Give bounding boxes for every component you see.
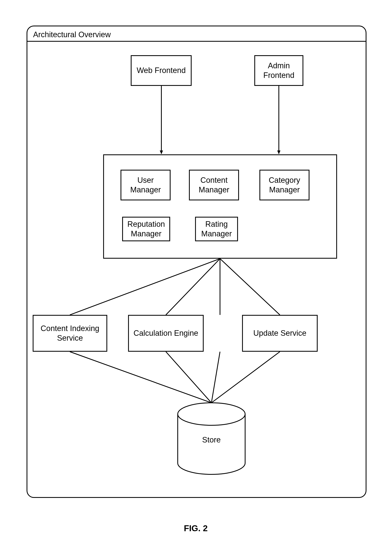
user-manager-box: User Manager — [120, 170, 171, 200]
diagram-panel — [27, 26, 366, 498]
user-manager-label: User Manager — [130, 175, 161, 195]
admin-frontend-label: Admin Frontend — [263, 61, 294, 80]
calculation-engine-label: Calculation Engine — [133, 328, 198, 338]
panel-title-rule — [27, 41, 366, 42]
category-manager-label: Category Manager — [269, 175, 300, 195]
content-manager-box: Content Manager — [189, 170, 239, 200]
rating-manager-label: Rating Manager — [201, 219, 232, 239]
page: Architectural Overview Web Frontend Admi… — [0, 0, 392, 549]
web-frontend-label: Web Frontend — [137, 66, 186, 75]
admin-frontend-box: Admin Frontend — [254, 55, 303, 86]
rating-manager-box: Rating Manager — [195, 217, 238, 241]
store-label: Store — [178, 435, 245, 444]
panel-title: Architectural Overview — [32, 30, 112, 39]
reputation-manager-box: Reputation Manager — [122, 217, 170, 241]
update-service-label: Update Service — [253, 328, 306, 338]
category-manager-box: Category Manager — [259, 170, 309, 200]
update-service-box: Update Service — [242, 315, 318, 352]
content-manager-label: Content Manager — [199, 175, 229, 195]
content-indexing-service-label: Content Indexing Service — [41, 324, 99, 343]
reputation-manager-label: Reputation Manager — [127, 219, 165, 239]
figure-caption: FIG. 2 — [184, 523, 208, 533]
calculation-engine-box: Calculation Engine — [128, 315, 204, 352]
content-indexing-service-box: Content Indexing Service — [33, 315, 107, 352]
web-frontend-box: Web Frontend — [131, 55, 192, 86]
